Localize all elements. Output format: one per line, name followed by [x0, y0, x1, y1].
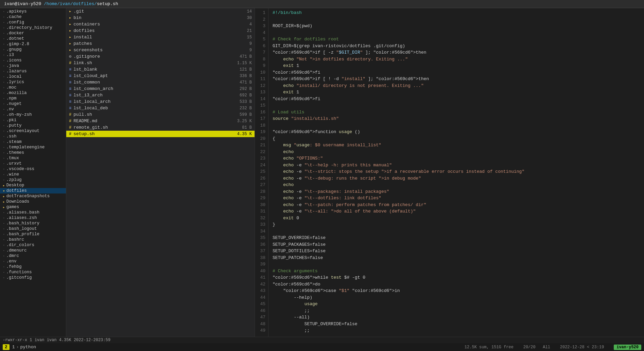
- file-list-item[interactable]: #README.md3.25 K: [66, 118, 255, 124]
- tree-item-icon: ▾: [3, 189, 5, 193]
- line-num: 44: [255, 294, 268, 301]
- left-tree-item[interactable]: ·.aliases.bash: [0, 210, 66, 215]
- left-tree-item[interactable]: ·.themes: [0, 150, 66, 155]
- file-list-item[interactable]: ≡lst_local_arch533 B: [66, 98, 255, 105]
- code-line: ROOT_DIR=$(pwd): [273, 23, 640, 30]
- left-tree-item[interactable]: ·.vscode-oss: [0, 166, 66, 172]
- left-tree-item[interactable]: ·.oh-my-zsh: [0, 112, 66, 117]
- tree-item-label: .nuget: [6, 101, 22, 106]
- tree-item-icon: ·: [3, 37, 5, 41]
- left-tree-item[interactable]: ·.lyrics: [0, 79, 66, 85]
- file-list-item[interactable]: #link.sh1.15 K: [66, 60, 255, 66]
- left-tree-item[interactable]: ·.bash_logout: [0, 226, 66, 232]
- code-line: SETUP_DOTFILES=false: [273, 248, 640, 255]
- left-tree-item[interactable]: ·.dotnet: [0, 36, 66, 41]
- left-tree-item[interactable]: ·.gimp-2.8: [0, 41, 66, 47]
- file-size: 533 B: [233, 99, 252, 104]
- left-tree-item[interactable]: ·.bash_profile: [0, 232, 66, 237]
- left-tree-item[interactable]: ·.fehbg: [0, 264, 66, 270]
- file-list-item[interactable]: ≡lst_cloud_apt336 B: [66, 73, 255, 79]
- line-num: 40: [255, 268, 268, 275]
- tab-item-1[interactable]: 1 › python: [12, 345, 36, 350]
- left-tree-item[interactable]: ·.java: [0, 63, 66, 69]
- code-line: "color:#569cd6">do: [273, 281, 640, 288]
- left-tree-item[interactable]: ·.tmux: [0, 155, 66, 161]
- file-list-item[interactable]: ≡lst_local_deb232 B: [66, 105, 255, 111]
- left-tree-item[interactable]: ·.moc: [0, 85, 66, 90]
- left-tree-item[interactable]: ·.ssh: [0, 134, 66, 139]
- left-tree-item[interactable]: ▸dotTraceSnapshots: [0, 193, 66, 199]
- file-name: lst_blank: [73, 67, 233, 72]
- tree-item-icon: ·: [3, 31, 5, 35]
- left-tree-item[interactable]: ·.i3: [0, 52, 66, 58]
- line-num: 16: [255, 109, 268, 116]
- left-tree-item[interactable]: ·.pki: [0, 117, 66, 123]
- left-tree-item[interactable]: ·.bash_history: [0, 221, 66, 226]
- code-editor: 1234567891011121314151617181920212223242…: [255, 8, 644, 337]
- left-file-tree[interactable]: ·.apikeys·.cache·.config·.directory_hist…: [0, 8, 66, 337]
- middle-file-list[interactable]: ▸.git14▸bin30▸containers4▸dotfiles21▸ins…: [66, 8, 255, 337]
- left-tree-item[interactable]: ·.docker: [0, 31, 66, 36]
- file-list-item[interactable]: ▸dotfiles21: [66, 27, 255, 34]
- left-tree-item[interactable]: ·.dir_colors: [0, 242, 66, 248]
- file-list-item[interactable]: ▸patches9: [66, 40, 255, 47]
- left-tree-item[interactable]: ·.bashrc: [0, 237, 66, 242]
- left-tree-item[interactable]: ·.steam: [0, 139, 66, 145]
- code-line: echo: [273, 149, 640, 155]
- left-tree-item[interactable]: ·.aliases.zsh: [0, 215, 66, 221]
- code-line: [273, 228, 640, 235]
- file-list-item[interactable]: #setup.sh4.35 K: [66, 131, 255, 137]
- left-tree-item[interactable]: ·.zplug: [0, 177, 66, 183]
- file-name: lst_cloud_apt: [73, 73, 233, 78]
- code-line: #!/bin/bash: [273, 10, 640, 16]
- left-tree-item[interactable]: ·.wine: [0, 172, 66, 177]
- left-tree-item[interactable]: ·.nv: [0, 107, 66, 112]
- file-list-item[interactable]: ▸.git14: [66, 8, 255, 15]
- tree-item-label: .npm: [6, 96, 17, 101]
- left-tree-item[interactable]: ·.mozilla: [0, 90, 66, 96]
- left-tree-item[interactable]: ·.gitconfig: [0, 275, 66, 280]
- left-tree-item[interactable]: ·.screenlayout: [0, 128, 66, 134]
- file-list-item[interactable]: ▸containers4: [66, 21, 255, 27]
- file-list-item[interactable]: #remote_git.sh81 B: [66, 124, 255, 131]
- left-tree-item[interactable]: ·.env: [0, 259, 66, 264]
- left-tree-item[interactable]: ▸games: [0, 204, 66, 210]
- file-list-item[interactable]: #pull.sh599 B: [66, 111, 255, 118]
- file-list-item[interactable]: ⚙.gitignore471 B: [66, 53, 255, 60]
- left-tree-item[interactable]: ·.directory_history: [0, 25, 66, 31]
- file-list-item[interactable]: ≡lst_i3_arch692 B: [66, 92, 255, 98]
- tree-item-label: .oh-my-zsh: [6, 112, 32, 117]
- file-icon: ▸: [69, 48, 71, 53]
- left-tree-item[interactable]: ▾dotfiles: [0, 188, 66, 193]
- file-list-item[interactable]: ≡lst_common_arch292 B: [66, 86, 255, 92]
- left-tree-item[interactable]: ·.lazarus: [0, 69, 66, 74]
- code-line: "color:#569cd6">function usage (): [273, 129, 640, 135]
- left-tree-item[interactable]: ▸Desktop: [0, 183, 66, 188]
- left-tree-item[interactable]: ·.cache: [0, 14, 66, 20]
- left-tree-item[interactable]: ▸Downloads: [0, 199, 66, 204]
- left-tree-item[interactable]: ·.npm: [0, 96, 66, 101]
- left-tree-item[interactable]: ·.urxvt: [0, 161, 66, 166]
- left-tree-item[interactable]: ·.apikeys: [0, 9, 66, 14]
- file-size: 15: [233, 35, 252, 40]
- file-list-item[interactable]: ▸install15: [66, 34, 255, 40]
- file-list-item[interactable]: ▸screenshots9: [66, 47, 255, 53]
- tree-item-icon: ·: [3, 151, 5, 155]
- left-tree-item[interactable]: ·.icons: [0, 58, 66, 63]
- file-list-item[interactable]: ▸bin30: [66, 15, 255, 21]
- left-tree-item[interactable]: ·.local: [0, 74, 66, 79]
- left-tree-item[interactable]: ·.functions: [0, 270, 66, 275]
- left-tree-item[interactable]: ·.dmrc: [0, 253, 66, 259]
- left-tree-item[interactable]: ·.nuget: [0, 101, 66, 107]
- left-tree-item[interactable]: ·.templateengine: [0, 145, 66, 150]
- tree-item-icon: ·: [3, 227, 5, 231]
- tab-number-badge[interactable]: 2: [3, 344, 10, 350]
- left-tree-item[interactable]: ·.putty: [0, 123, 66, 128]
- left-tree-item[interactable]: ·.config: [0, 20, 66, 25]
- tab-chevron-1: ›: [16, 345, 19, 350]
- file-list-item[interactable]: ≡lst_blank121 B: [66, 66, 255, 73]
- left-tree-item[interactable]: ·.gnupg: [0, 47, 66, 52]
- code-line: echo -e "\t--patch: perform patches from…: [273, 202, 640, 208]
- file-list-item[interactable]: ≡lst_common471 B: [66, 79, 255, 86]
- left-tree-item[interactable]: ·.dmenurc: [0, 248, 66, 253]
